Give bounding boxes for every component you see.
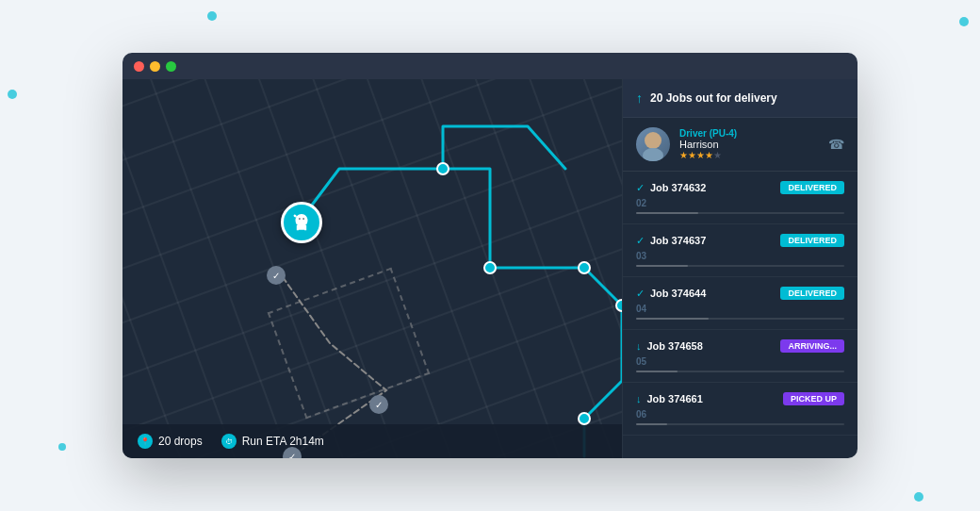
waypoint-3 <box>578 261 591 274</box>
waypoint-2 <box>483 261 497 274</box>
svg-point-2 <box>645 132 662 149</box>
job-bar-1 <box>636 265 844 267</box>
waypoint-5 <box>578 412 591 425</box>
job-item-3[interactable]: ↓ Job 374658 Arriving... 05 <box>623 330 858 383</box>
eta-stat: ⏱ Run ETA 2h14m <box>221 434 324 449</box>
jobs-header-text: 20 Jobs out for delivery <box>650 91 777 105</box>
deco-dot-5 <box>914 492 923 502</box>
job-icon-1: ✓ <box>636 235 645 247</box>
job-id-3: Job 374658 <box>647 340 703 352</box>
phone-button[interactable]: ☎ <box>828 137 844 152</box>
driver-role-label: Driver (PU-4) <box>679 128 819 139</box>
job-badge-2: Delivered <box>780 287 844 300</box>
svg-point-0 <box>299 218 301 220</box>
job-item-4[interactable]: ↓ Job 374661 Picked up 06 <box>623 383 858 436</box>
deco-dot-6 <box>58 443 66 451</box>
job-bar-fill-0 <box>636 212 698 214</box>
driver-stars: ★★★★★ <box>679 150 819 160</box>
job-bar-fill-1 <box>636 265 688 267</box>
driver-info: Driver (PU-4) Harrison ★★★★★ ☎ <box>623 118 858 172</box>
job-bar-fill-2 <box>636 318 709 320</box>
job-seq-2: 04 <box>636 304 844 314</box>
job-id-4: Job 374661 <box>647 393 703 404</box>
waypoint-check-2: ✓ <box>369 395 388 414</box>
job-bar-4 <box>636 423 844 425</box>
driver-avatar-inner <box>636 127 670 161</box>
eta-icon: ⏱ <box>221 434 237 449</box>
drops-stat: 📍 20 drops <box>138 434 203 449</box>
job-icon-4: ↓ <box>636 393 642 404</box>
drops-icon: 📍 <box>138 434 153 449</box>
waypoint-check-1: ✓ <box>267 266 286 285</box>
job-badge-0: Delivered <box>780 181 844 194</box>
job-item-0[interactable]: ✓ Job 374632 Delivered 02 <box>623 172 858 224</box>
close-button[interactable] <box>134 61 144 72</box>
job-icon-2: ✓ <box>636 288 645 300</box>
app-window: ✓ ✓ ✓ 📍 20 drops ⏱ Run ETA 2h14m <box>122 53 858 458</box>
eta-label: Run ETA 2h14m <box>242 435 324 448</box>
minimize-button[interactable] <box>150 61 160 72</box>
job-badge-4: Picked up <box>783 392 844 405</box>
jobs-header: ↑ 20 Jobs out for delivery <box>623 79 858 118</box>
job-seq-3: 05 <box>636 356 844 367</box>
job-seq-4: 06 <box>636 409 844 420</box>
title-bar <box>122 53 858 79</box>
driver-avatar-svg <box>636 127 670 161</box>
job-icon-0: ✓ <box>636 182 645 194</box>
job-item-1[interactable]: ✓ Job 374637 Delivered 03 <box>623 224 858 277</box>
job-id-0: Job 374632 <box>650 182 706 193</box>
deco-dot-2 <box>959 17 969 26</box>
driver-marker <box>281 202 322 243</box>
job-id-1: Job 374637 <box>650 235 706 246</box>
map-bottom-bar: 📍 20 drops ⏱ Run ETA 2h14m <box>122 424 622 458</box>
driver-details: Driver (PU-4) Harrison ★★★★★ <box>679 128 819 160</box>
drops-label: 20 drops <box>158 435 203 448</box>
jobs-list: ✓ Job 374632 Delivered 02 ✓ Job 374637 D… <box>623 172 858 436</box>
waypoint-1 <box>436 162 449 175</box>
job-bar-fill-4 <box>636 423 667 425</box>
jobs-header-icon: ↑ <box>636 91 643 106</box>
waypoint-4 <box>615 299 622 312</box>
maximize-button[interactable] <box>166 61 176 72</box>
job-id-2: Job 374644 <box>650 288 706 299</box>
llama-icon <box>289 210 314 235</box>
svg-point-1 <box>302 218 304 220</box>
job-badge-3: Arriving... <box>780 339 844 353</box>
job-bar-3 <box>636 371 844 372</box>
job-bar-fill-3 <box>636 371 678 372</box>
deco-dot-1 <box>207 11 217 21</box>
job-bar-2 <box>636 318 844 320</box>
job-bar-0 <box>636 212 844 214</box>
sidebar: ↑ 20 Jobs out for delivery Driver (PU-4) <box>622 79 858 458</box>
job-badge-1: Delivered <box>780 234 844 247</box>
deco-dot-3 <box>8 90 17 99</box>
job-seq-0: 02 <box>636 198 844 208</box>
svg-point-3 <box>643 148 663 161</box>
driver-name: Harrison <box>679 139 819 150</box>
map-area: ✓ ✓ ✓ 📍 20 drops ⏱ Run ETA 2h14m <box>122 79 622 458</box>
job-icon-3: ↓ <box>636 340 642 352</box>
app-content: ✓ ✓ ✓ 📍 20 drops ⏱ Run ETA 2h14m <box>122 79 858 458</box>
driver-avatar <box>636 127 670 161</box>
job-seq-1: 03 <box>636 251 844 261</box>
job-item-2[interactable]: ✓ Job 374644 Delivered 04 <box>623 277 858 330</box>
